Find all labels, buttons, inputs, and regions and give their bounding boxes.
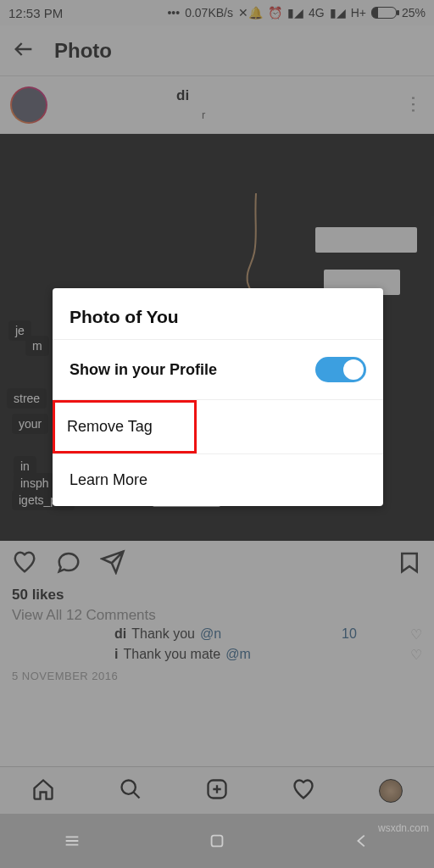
watermark: wsxdn.com [378, 822, 429, 834]
comment-button[interactable] [56, 549, 81, 578]
signal-icon: ▮◢ [330, 6, 346, 19]
learn-more-row[interactable]: Learn More [53, 453, 383, 506]
nav-search-icon[interactable] [119, 777, 142, 804]
home-key[interactable] [208, 832, 226, 850]
nav-add-icon[interactable] [205, 777, 229, 804]
battery-percent: 25% [402, 6, 426, 19]
alarm-icon: ⏰ [268, 6, 282, 19]
nav-home-icon[interactable] [31, 777, 55, 804]
save-button[interactable] [397, 549, 422, 578]
svg-point-0 [121, 780, 135, 793]
comment-like-icon[interactable]: ♡ [410, 626, 422, 643]
remove-tag-row[interactable]: Remove Tag [53, 399, 383, 453]
redacted-username [58, 86, 176, 106]
android-nav-bar [0, 814, 434, 868]
recent-apps-key[interactable] [63, 832, 81, 850]
post-date: 5 NOVEMBER 2016 [0, 665, 434, 687]
svg-rect-2 [212, 836, 223, 847]
status-time: 12:53 PM [8, 6, 63, 20]
nav-activity-icon[interactable] [292, 777, 315, 804]
post-header: di r ⋯ [0, 76, 434, 134]
comment-like-icon[interactable]: ♡ [410, 647, 422, 663]
back-button[interactable] [12, 37, 36, 64]
battery-icon [371, 7, 397, 19]
likes-count[interactable]: 50 likes [0, 587, 434, 604]
comment-row[interactable]: di Thank you @n 10 ♡ [0, 624, 434, 644]
show-in-profile-row[interactable]: Show in your Profile [53, 339, 383, 399]
photo-tag[interactable]: stree [7, 388, 47, 409]
app-header: Photo [0, 25, 434, 76]
dnd-icon: ✕🔔 [238, 6, 263, 19]
avatar[interactable] [10, 86, 47, 124]
page-title: Photo [54, 39, 112, 63]
status-bar: 12:53 PM ••• 0.07KB/s ✕🔔 ⏰ ▮◢ 4G ▮◢ H+ 2… [0, 0, 434, 25]
share-button[interactable] [100, 549, 125, 578]
photo-tag[interactable]: m [25, 336, 49, 356]
photo-tag[interactable]: your [12, 414, 48, 434]
show-in-profile-toggle[interactable] [315, 357, 366, 382]
photo-tag[interactable] [315, 227, 417, 253]
like-button[interactable] [12, 549, 37, 578]
modal-title: Photo of You [53, 288, 383, 339]
signal-icon: ▮◢ [287, 6, 303, 19]
more-options-button[interactable]: ⋯ [403, 95, 425, 115]
view-comments-link[interactable]: View All 12 Comments [0, 604, 434, 624]
bottom-nav [0, 766, 434, 814]
nav-profile-avatar[interactable] [379, 779, 403, 803]
highlight-box: Remove Tag [53, 400, 197, 453]
post-actions [0, 541, 434, 587]
comment-row[interactable]: i Thank you mate @m ♡ [0, 644, 434, 665]
back-key[interactable] [353, 832, 371, 850]
photo-options-modal: Photo of You Show in your Profile Remove… [53, 288, 383, 506]
status-speed: 0.07KB/s [185, 6, 233, 19]
redacted-location [58, 108, 202, 125]
